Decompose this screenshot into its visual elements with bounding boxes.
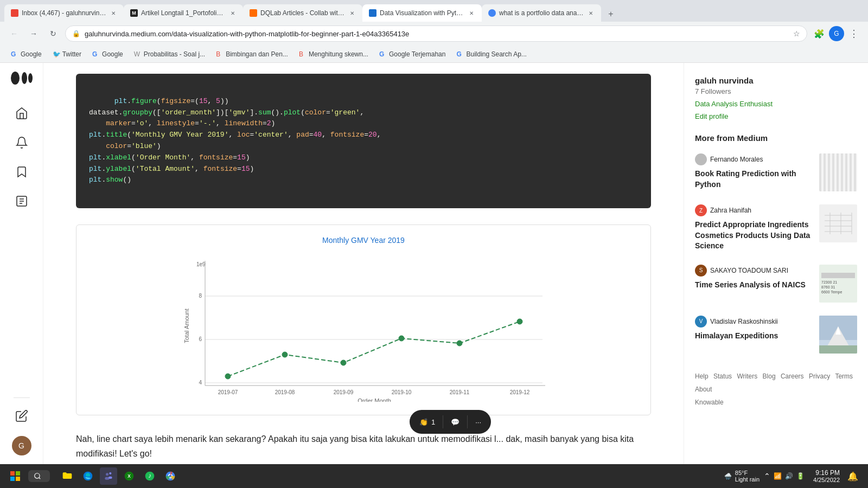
back-button[interactable]: ← (7, 26, 22, 41)
article-title-2: Predict Appropriate Ingredients Cosmetic… (695, 220, 813, 252)
more-options-icon[interactable]: ⋮ (846, 26, 861, 41)
more-from-medium-heading: More from Medium (695, 133, 857, 143)
taskbar-edge[interactable] (79, 467, 97, 485)
chevron-up-icon[interactable]: ⌃ (764, 472, 770, 480)
taskbar-xbox[interactable]: X (120, 467, 138, 485)
artikel-favicon: M (130, 9, 138, 17)
bookmark-google-1[interactable]: G Google (7, 49, 46, 60)
tab-gmail-close[interactable]: ✕ (110, 9, 117, 17)
gmail-favicon (11, 9, 18, 17)
article-author-4: V Vladislav Raskoshinskii (695, 316, 813, 328)
footer-terms[interactable]: Terms (835, 373, 853, 380)
tab-dqlab[interactable]: DQLab Articles - Collab with Me... ✕ (243, 4, 362, 22)
right-sidebar: galuh nurvinda 7 Followers Data Analysis… (684, 63, 868, 464)
svg-point-48 (106, 473, 108, 476)
tab-google-close[interactable]: ✕ (587, 9, 595, 17)
comment-button[interactable]: 💬 (443, 410, 467, 434)
footer-status[interactable]: Status (713, 373, 732, 380)
datetime[interactable]: 9:16 PM 4/25/2022 (813, 469, 840, 483)
weather-widget[interactable]: 🌧️ 85°F Light rain (724, 470, 760, 483)
taskbar-teams[interactable] (100, 467, 117, 485)
address-bar[interactable]: 🔒 galuhnurvinda.medium.com/data-visualiz… (65, 25, 807, 42)
footer-about[interactable]: About (695, 386, 712, 393)
tab-dataviz-close[interactable]: ✕ (468, 9, 475, 17)
svg-point-18 (282, 352, 288, 357)
floating-action-bar: 👏 1 💬 ··· (410, 410, 491, 434)
taskbar-fileexplorer[interactable] (59, 467, 76, 485)
tab-dataviz-label: Data Visualization with Python M... (380, 9, 464, 17)
extensions-icon[interactable]: 🧩 (812, 26, 827, 41)
terjemahan-favicon: G (379, 50, 387, 58)
list-nav-item[interactable] (8, 188, 35, 215)
article-card-4[interactable]: V Vladislav Raskoshinskii Himalayan Expe… (695, 316, 857, 354)
start-button[interactable] (7, 467, 24, 485)
volume-icon[interactable]: 🔊 (785, 472, 793, 480)
taskbar-spotify[interactable]: ♪ (141, 467, 158, 485)
edit-profile-link[interactable]: Edit profile (695, 112, 857, 120)
prob-favicon: W (134, 50, 142, 58)
datetime-date: 4/25/2022 (813, 477, 840, 483)
dataviz-favicon (369, 9, 376, 17)
footer-writers[interactable]: Writers (737, 373, 757, 380)
svg-point-17 (225, 374, 231, 379)
user-avatar[interactable]: G (12, 436, 31, 455)
svg-rect-45 (16, 477, 20, 481)
taskbar-sys: 🌧️ 85°F Light rain ⌃ 📶 🔊 🔋 9:16 PM 4/25/… (724, 469, 861, 483)
forward-button[interactable]: → (26, 26, 41, 41)
svg-text:2019-09: 2019-09 (334, 389, 354, 395)
taskbar-chrome[interactable] (162, 467, 179, 485)
clap-button[interactable]: 👏 1 (412, 410, 443, 434)
bookmark-terjemahan[interactable]: G Google Terjemahan (375, 49, 450, 60)
write-nav-item[interactable] (8, 402, 35, 429)
medium-logo[interactable] (11, 72, 33, 87)
tab-artikel[interactable]: M Artikel Longtail 1_Portofolio Dat... ✕ (124, 4, 243, 22)
notification-center-icon[interactable]: 🔔 (844, 471, 861, 481)
tab-dataviz[interactable]: Data Visualization with Python M... ✕ (362, 4, 482, 22)
profile-followers: 7 Followers (695, 87, 857, 95)
article-card-2[interactable]: Z Zahra Hanifah Predict Appropriate Ingr… (695, 204, 857, 252)
article-author-3: S SAKAYO TOADOUM SARI (695, 265, 813, 277)
article-area[interactable]: plt.figure(figsize=(15, 5)) dataset.grou… (43, 63, 684, 464)
article-thumbnail-1 (819, 153, 857, 191)
bookmark-skewn[interactable]: B Menghitung skewn... (295, 49, 373, 60)
bimbingan-favicon: B (216, 50, 224, 58)
network-icon[interactable]: 📶 (774, 472, 782, 480)
author-avatar-4: V (695, 316, 707, 328)
article-card-1[interactable]: Fernando Morales Book Rating Prediction … (695, 153, 857, 191)
bookmark-star-icon[interactable]: ☆ (793, 29, 800, 38)
footer-blog[interactable]: Blog (763, 373, 776, 380)
twitter-bookmark-favicon: 🐦 (53, 50, 60, 58)
footer-help[interactable]: Help (695, 373, 709, 380)
reload-button[interactable]: ↻ (46, 26, 61, 41)
tab-artikel-close[interactable]: ✕ (229, 9, 237, 17)
tab-gmail[interactable]: Inbox (4,467) - galuhnurvinda@... ✕ (4, 4, 124, 22)
clap-icon: 👏 (419, 418, 428, 426)
taskbar-search[interactable] (28, 470, 50, 482)
notification-nav-item[interactable] (8, 129, 35, 156)
bookmark-nav-item[interactable] (8, 158, 35, 185)
profile-bio: Data Analysis Enthusiast (695, 100, 857, 108)
bookmark-building[interactable]: G Building Search Ap... (452, 49, 531, 60)
author-name-2: Zahra Hanifah (710, 207, 751, 214)
weather-info: 85°F Light rain (735, 470, 760, 483)
tab-dqlab-close[interactable]: ✕ (348, 9, 356, 17)
bookmark-bimbingan[interactable]: B Bimbingan dan Pen... (212, 49, 292, 60)
bookmark-skewn-label: Menghitung skewn... (309, 50, 368, 58)
footer-knowable[interactable]: Knowable (695, 399, 724, 406)
bookmark-twitter[interactable]: 🐦 Twitter (48, 49, 86, 60)
tab-google[interactable]: what is a portfolio data analyst -... ✕ (482, 4, 601, 22)
medium-sidebar: G (0, 63, 43, 464)
bookmark-google-2[interactable]: G Google (88, 49, 127, 60)
battery-icon[interactable]: 🔋 (796, 472, 805, 480)
footer-careers[interactable]: Careers (781, 373, 804, 380)
svg-point-21 (457, 341, 462, 346)
bookmark-prob[interactable]: W Probabilitas - Soal j... (130, 49, 209, 60)
more-actions-button[interactable]: ··· (468, 410, 489, 434)
svg-text:1e9: 1e9 (196, 261, 206, 267)
svg-text:6: 6 (199, 336, 202, 342)
home-nav-item[interactable] (8, 100, 35, 127)
article-card-3[interactable]: S SAKAYO TOADOUM SARI Time Series Analys… (695, 265, 857, 303)
new-tab-button[interactable]: + (603, 7, 618, 22)
profile-icon[interactable]: G (829, 26, 844, 41)
footer-privacy[interactable]: Privacy (809, 373, 830, 380)
